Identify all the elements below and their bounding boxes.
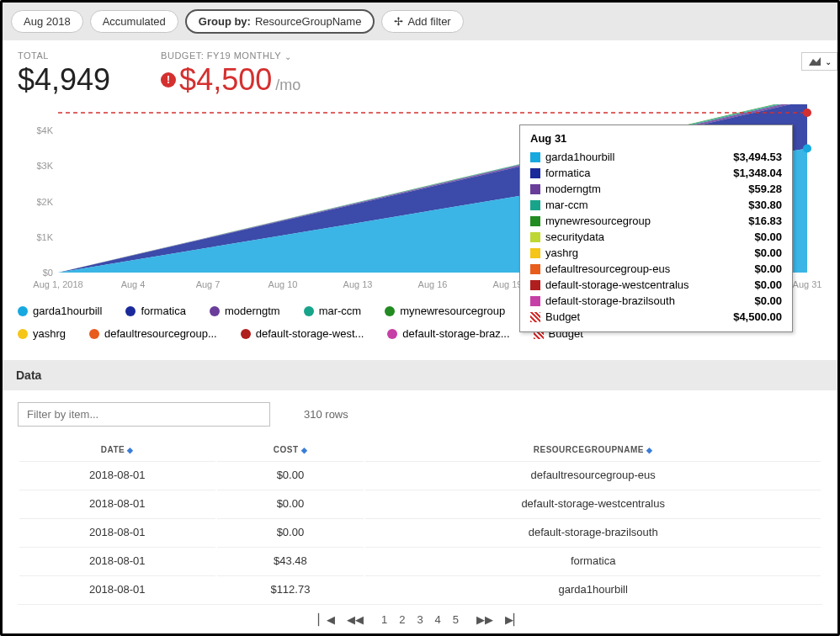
legend-item[interactable]: formatica <box>125 305 185 317</box>
date-pill[interactable]: Aug 2018 <box>11 10 83 33</box>
svg-text:$2K: $2K <box>36 197 53 207</box>
series-swatch-icon <box>530 152 540 162</box>
column-header[interactable]: COST◆ <box>217 440 364 459</box>
cell-date: 2018-08-01 <box>19 461 215 488</box>
column-header[interactable]: DATE◆ <box>19 440 215 459</box>
series-swatch-icon <box>530 296 540 306</box>
series-swatch-icon <box>530 216 540 226</box>
series-swatch-icon <box>241 329 251 339</box>
chevron-down-icon: ⌄ <box>825 57 832 66</box>
budget-endpoint-dot <box>803 109 811 117</box>
table-row[interactable]: 2018-08-01$0.00defaultresourcegroup-eus <box>19 461 821 488</box>
series-swatch-icon <box>89 329 99 339</box>
svg-text:Aug 31: Aug 31 <box>793 279 822 289</box>
table-row[interactable]: 2018-08-01$0.00default-storage-brazilsou… <box>19 518 821 545</box>
series-swatch-icon <box>18 306 28 316</box>
legend-label: mynewresourcegroup <box>400 305 505 317</box>
column-header[interactable]: RESOURCEGROUPNAME◆ <box>365 440 821 459</box>
tooltip-date: Aug 31 <box>530 132 782 145</box>
tooltip-row: formatica$1,348.04 <box>530 165 782 181</box>
series-swatch-icon <box>304 306 314 316</box>
legend-item[interactable]: garda1hourbill <box>18 305 102 317</box>
legend-label: default-storage-braz... <box>402 327 509 340</box>
cell-cost: $0.00 <box>217 518 364 545</box>
pager-prev-fast[interactable]: ◀◀ <box>347 613 364 626</box>
table-row[interactable]: 2018-08-01$43.48formatica <box>19 547 821 574</box>
cell-rg: default-storage-brazilsouth <box>365 518 821 545</box>
tooltip-row: securitydata$0.00 <box>530 229 782 245</box>
chart-type-button[interactable]: ⌄ <box>801 52 837 71</box>
pager-page[interactable]: 1 <box>381 613 387 626</box>
tooltip-row: moderngtm$59.28 <box>530 181 782 197</box>
chevron-down-icon: ⌄ <box>284 52 291 61</box>
series-swatch-icon <box>530 280 540 290</box>
total-metric: TOTAL $4,949 <box>18 50 110 98</box>
tooltip-value: $4,500.00 <box>733 310 782 323</box>
legend-label: formatica <box>141 305 185 317</box>
add-filter-pill[interactable]: ✢ Add filter <box>381 10 463 33</box>
legend-label: moderngtm <box>225 305 280 317</box>
cell-cost: $112.73 <box>217 575 364 602</box>
legend-item[interactable]: yashrg <box>18 327 66 340</box>
table-row[interactable]: 2018-08-01$112.73garda1hourbill <box>19 575 821 602</box>
group-label: Group by: <box>199 15 251 28</box>
tooltip-value: $3,494.53 <box>733 151 782 163</box>
legend-item[interactable]: default-storage-braz... <box>387 327 509 340</box>
tooltip-row: garda1hourbill$3,494.53 <box>530 149 782 165</box>
svg-text:$0: $0 <box>43 268 53 278</box>
alert-icon: ! <box>161 72 176 87</box>
tooltip-value: $59.28 <box>748 183 782 195</box>
legend-label: defaultresourcegroup... <box>104 327 217 340</box>
pager-next-fast[interactable]: ▶▶ <box>476 613 493 626</box>
pager: ▏◀ ◀◀ 12345 ▶▶ ▶▏ <box>18 604 822 634</box>
tooltip-row: Budget$4,500.00 <box>530 309 782 325</box>
budget-swatch-icon <box>530 312 540 322</box>
tooltip-row: default-storage-westcentralus$0.00 <box>530 277 782 293</box>
series-swatch-icon <box>530 168 540 178</box>
table-header-row: DATE◆COST◆RESOURCEGROUPNAME◆ <box>19 440 821 459</box>
legend-item[interactable]: mynewresourcegroup <box>385 305 505 317</box>
legend-item[interactable]: mar-ccm <box>304 305 362 317</box>
series-swatch-icon <box>387 329 397 339</box>
cell-cost: $0.00 <box>217 490 364 517</box>
tooltip-value: $0.00 <box>754 294 782 307</box>
budget-metric: BUDGET: FY19 MONTHLY ⌄ ! $4,500 /mo <box>161 50 300 98</box>
tooltip-label: mynewresourcegroup <box>545 215 651 227</box>
table-row[interactable]: 2018-08-01$0.00default-storage-westcentr… <box>19 490 821 517</box>
pager-page[interactable]: 4 <box>435 613 441 626</box>
tooltip-value: $16.83 <box>748 215 782 227</box>
legend-item[interactable]: defaultresourcegroup... <box>89 327 217 340</box>
series-swatch-icon <box>125 306 136 316</box>
endpoint-dot <box>803 144 811 152</box>
pager-first[interactable]: ▏◀ <box>318 613 335 626</box>
pager-page[interactable]: 2 <box>399 613 405 626</box>
tooltip-value: $0.00 <box>754 278 782 291</box>
tooltip-label: Budget <box>545 310 580 323</box>
cell-cost: $0.00 <box>217 461 364 488</box>
sort-icon: ◆ <box>127 446 134 454</box>
series-swatch-icon <box>530 264 540 274</box>
svg-text:Aug 13: Aug 13 <box>343 279 373 289</box>
cell-date: 2018-08-01 <box>19 547 215 574</box>
chart-tooltip: Aug 31 garda1hourbill$3,494.53formatica$… <box>519 125 793 332</box>
data-section: 310 rows DATE◆COST◆RESOURCEGROUPNAME◆ 20… <box>3 390 837 636</box>
cell-date: 2018-08-01 <box>19 575 215 602</box>
group-value: ResourceGroupName <box>255 15 361 28</box>
legend-item[interactable]: moderngtm <box>210 305 280 317</box>
group-pill[interactable]: Group by: ResourceGroupName <box>185 9 375 34</box>
tooltip-row: defaultresourcegroup-eus$0.00 <box>530 261 782 277</box>
budget-label-row[interactable]: BUDGET: FY19 MONTHLY ⌄ <box>161 50 300 62</box>
svg-text:Aug 1, 2018: Aug 1, 2018 <box>33 279 82 289</box>
legend-label: mar-ccm <box>319 305 362 317</box>
pager-last[interactable]: ▶▏ <box>505 613 522 626</box>
mode-pill[interactable]: Accumulated <box>90 10 178 33</box>
tooltip-value: $1,348.04 <box>733 167 782 179</box>
cell-rg: defaultresourcegroup-eus <box>365 461 821 488</box>
filter-input[interactable] <box>18 402 270 427</box>
tooltip-value: $30.80 <box>748 199 782 211</box>
svg-text:Aug 4: Aug 4 <box>121 279 146 289</box>
cell-date: 2018-08-01 <box>19 518 215 545</box>
legend-item[interactable]: default-storage-west... <box>241 327 364 340</box>
pager-page[interactable]: 3 <box>417 613 423 626</box>
pager-page[interactable]: 5 <box>453 613 459 626</box>
